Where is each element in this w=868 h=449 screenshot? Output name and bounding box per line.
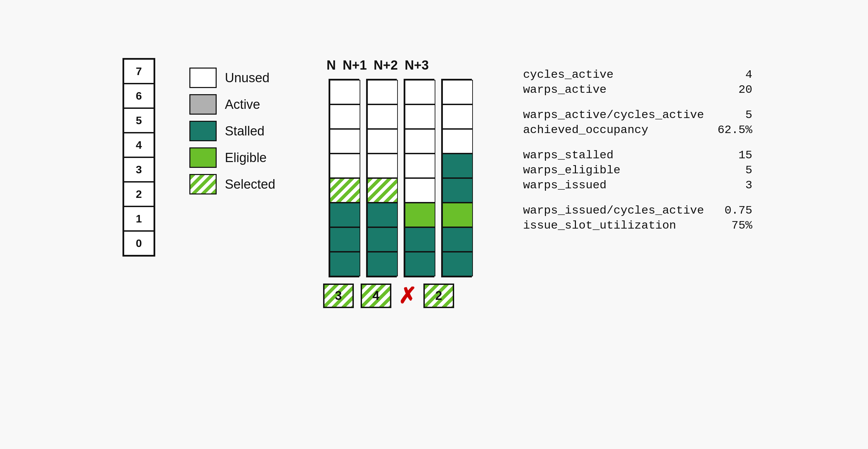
warp-slot-cell: 0 [124,231,154,256]
metric-value: 0.75 [724,204,752,217]
metric-row: issue_slot_utilization75% [523,219,752,232]
cycle-cell-stalled [442,178,473,203]
issue-slot: 3 [323,284,354,308]
legend-item: Stalled [189,121,275,141]
metric-name: warps_issued/cycles_active [523,204,704,217]
metric-name: warps_stalled [523,149,613,162]
cycle-with-label [316,79,475,277]
cycle-column [404,79,434,277]
warp-slot-cell: 2 [124,182,154,206]
cycle-col-header-wrapper: N+1 [343,58,367,75]
metrics-section: cycles_active4warps_active20warps_active… [523,58,752,244]
cycle-cell-white [330,104,360,129]
cycle-cell-eligible [442,203,473,227]
warp-slot-cell: 1 [124,206,154,231]
metric-name: issue_slot_utilization [523,219,676,232]
metric-row: achieved_occupancy62.5% [523,124,752,136]
cycle-cell-eligible [405,203,435,227]
legend-label: Unused [225,71,270,85]
cycle-cell-stalled [330,227,360,252]
cycle-cell-white [367,80,398,104]
cycle-cell-white [442,129,473,154]
legend-label: Stalled [225,124,264,139]
cycle-col-header-wrapper: N [327,58,336,75]
legend-label: Selected [225,177,275,192]
legend-item: Eligible [189,147,275,168]
legend-box-stalled [189,121,217,141]
cycle-cell-stalled [367,227,398,252]
metric-row: cycles_active4 [523,68,752,81]
cycle-cell-white [405,104,435,129]
cycle-cell-white [442,80,473,104]
metric-value: 5 [725,164,752,177]
cycle-col-header-wrapper: N+3 [405,58,429,75]
cycle-cell-white [405,129,435,154]
cycle-cell-stalled [405,227,435,252]
cycle-column [441,79,472,277]
metric-row: warps_issued3 [523,179,752,192]
issue-row: 34✗2 [316,284,454,308]
cycles-section: NN+1N+2N+3 34✗2 [316,58,475,308]
warp-slot-cell: 4 [124,133,154,157]
cycle-cell-stalled [442,154,473,178]
cycle-cell-stalled [330,203,360,227]
issue-slot-number: 4 [373,289,379,303]
cycle-cell-white [442,104,473,129]
legend-box-selected [189,174,217,194]
cycle-cell-stalled [442,227,473,252]
metric-value: 75% [725,219,752,232]
metric-group: warps_stalled15warps_eligible5warps_issu… [523,149,752,194]
cycle-cell-stalled [367,203,398,227]
metric-group: warps_issued/cycles_active0.75issue_slot… [523,204,752,234]
cycle-cell-stalled [442,252,473,276]
cycle-col-header: N+2 [374,58,398,73]
legend-label: Active [225,97,260,112]
legend-label: Eligible [225,150,267,165]
metric-row: warps_active20 [523,83,752,96]
cycle-columns: NN+1N+2N+3 [323,58,432,75]
metric-row: warps_eligible5 [523,164,752,177]
warp-slot-cell: 5 [124,108,154,133]
metric-row: warps_active/cycles_active5 [523,108,752,121]
cycle-col-header: N+3 [405,58,429,73]
metric-group: cycles_active4warps_active20 [523,68,752,98]
metric-name: warps_eligible [523,164,621,177]
warp-slot-cell: 3 [124,157,154,182]
metric-value: 62.5% [718,124,752,136]
metric-name: warps_issued [523,179,607,192]
legend-box-eligible [189,147,217,168]
cycle-cell-white [330,80,360,104]
metric-group: warps_active/cycles_active5achieved_occu… [523,108,752,139]
issue-slot: 2 [423,284,454,308]
cycle-cell-stalled [330,252,360,276]
metric-name: warps_active [523,83,607,96]
issue-slot-number: 2 [435,289,442,303]
metric-name: cycles_active [523,68,613,81]
cycle-cell-white [330,129,360,154]
warp-slot-cell: 6 [124,84,154,108]
issue-slot-none: ✗ [398,285,417,307]
cycle-col-body-wrapper [404,79,434,277]
legend-box-unused [189,68,217,88]
legend-item: Unused [189,68,275,88]
cycle-cell-white [405,154,435,178]
legend-item: Selected [189,174,275,194]
cycle-header-row: NN+1N+2N+3 [316,58,432,75]
cycle-column [366,79,397,277]
cycle-col-body-wrapper [366,79,397,277]
metric-value: 15 [725,149,752,162]
cycle-cell-white [405,178,435,203]
x-mark-icon: ✗ [398,285,417,307]
cycle-col-header: N+1 [343,58,367,73]
cycle-cell-white [367,104,398,129]
metric-value: 4 [725,68,752,81]
cycle-col-header: N [327,58,336,73]
issue-slot: 4 [361,284,391,308]
cycle-cell-white [367,154,398,178]
cycle-cell-white [405,80,435,104]
cycle-column [329,79,359,277]
legend-item: Active [189,94,275,115]
warp-slot-column: 76543210 [122,58,155,257]
cycle-col-body-wrapper [329,79,359,277]
cycle-columns-body [325,79,475,277]
